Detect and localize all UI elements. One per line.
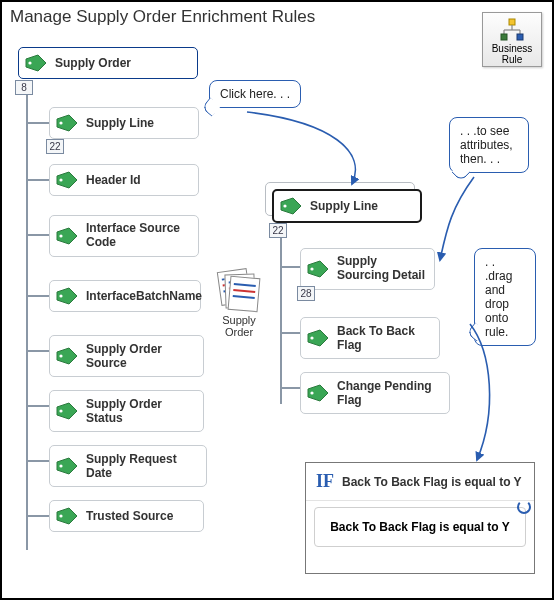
node-supply-request-date[interactable]: Supply Request Date (49, 445, 207, 487)
svg-point-24 (59, 514, 62, 517)
node-label: Supply Sourcing Detail (337, 255, 426, 283)
node-label: Supply Line (310, 199, 378, 213)
callout-text: . . .drag and drop onto rule. (485, 255, 512, 339)
svg-point-20 (59, 409, 62, 412)
node-label: Supply Line (86, 116, 154, 130)
svg-point-28 (310, 267, 313, 270)
svg-rect-6 (517, 34, 523, 40)
svg-point-10 (59, 121, 62, 124)
node-label: Supply Order Source (86, 342, 195, 370)
tree-line (280, 266, 300, 268)
callout-tail-icon (201, 97, 221, 117)
rule-inner[interactable]: Back To Back Flag is equal to Y (314, 507, 526, 547)
node-interface-batch-name[interactable]: InterfaceBatchName (49, 280, 201, 312)
node-change-pending-flag[interactable]: Change Pending Flag (300, 372, 450, 414)
svg-rect-0 (509, 19, 515, 25)
node-interface-source-code[interactable]: Interface Source Code (49, 215, 199, 257)
node-label: Change Pending Flag (337, 379, 441, 407)
node-supply-order[interactable]: Supply Order (18, 47, 198, 79)
svg-point-8 (28, 61, 31, 64)
tag-icon (56, 171, 78, 189)
node-supply-sourcing-detail[interactable]: Supply Sourcing Detail (300, 248, 435, 290)
tag-icon (56, 287, 78, 305)
tag-icon (56, 114, 78, 132)
tag-icon (56, 227, 78, 245)
node-supply-order-source[interactable]: Supply Order Source (49, 335, 204, 377)
callout-drag-drop: . . .drag and drop onto rule. (474, 248, 536, 346)
callout-click-here: Click here. . . (209, 80, 301, 108)
node-label: Supply Order (55, 56, 131, 70)
callout-text: . . .to see attributes, then. . . (460, 124, 513, 166)
svg-point-18 (59, 354, 62, 357)
callout-see-attributes: . . .to see attributes, then. . . (449, 117, 529, 173)
tree-line (280, 238, 282, 404)
business-rule-badge[interactable]: Business Rule (482, 12, 542, 67)
tag-icon (307, 384, 329, 402)
callout-tail-icon (466, 322, 486, 342)
node-label: Back To Back Flag (337, 324, 431, 352)
tree-line (26, 460, 49, 462)
count-badge: 8 (15, 80, 33, 95)
canvas: Manage Supply Order Enrichment Rules Bus… (0, 0, 554, 600)
rule-condition: Back To Back Flag is equal to Y (342, 475, 522, 489)
tag-icon (56, 457, 78, 475)
svg-point-32 (310, 391, 313, 394)
node-supply-line-popup[interactable]: Supply Line (272, 189, 422, 223)
count-badge: 28 (297, 286, 315, 301)
node-label: InterfaceBatchName (86, 289, 202, 303)
svg-point-22 (59, 464, 62, 467)
tag-icon (56, 402, 78, 420)
rule-inner-text: Back To Back Flag is equal to Y (330, 520, 510, 534)
supply-order-doc-icon[interactable]: Supply Order (217, 270, 261, 338)
rule-if-row: IF Back To Back Flag is equal to Y (306, 463, 534, 501)
count-badge: 22 (269, 223, 287, 238)
hierarchy-icon (483, 17, 541, 43)
tree-line (26, 515, 49, 517)
tag-icon (56, 507, 78, 525)
svg-point-12 (59, 178, 62, 181)
tag-icon (280, 197, 302, 215)
node-label: Header Id (86, 173, 141, 187)
tag-icon (25, 54, 47, 72)
tree-line (26, 95, 28, 550)
tree-line (280, 387, 300, 389)
tree-line (26, 350, 49, 352)
node-header-id[interactable]: Header Id (49, 164, 199, 196)
tree-line (26, 234, 49, 236)
tag-icon (307, 329, 329, 347)
node-label: Supply Request Date (86, 452, 198, 480)
node-label: Trusted Source (86, 509, 173, 523)
svg-point-26 (283, 204, 286, 207)
tree-line (26, 179, 49, 181)
node-supply-line[interactable]: Supply Line (49, 107, 199, 139)
node-label: Interface Source Code (86, 222, 190, 250)
count-badge: 22 (46, 139, 64, 154)
page-title: Manage Supply Order Enrichment Rules (10, 7, 315, 27)
if-keyword: IF (316, 471, 334, 492)
tree-line (26, 122, 49, 124)
tree-line (26, 295, 49, 297)
node-back-to-back-flag[interactable]: Back To Back Flag (300, 317, 440, 359)
tree-line (280, 332, 300, 334)
doc-label: Supply Order (217, 314, 261, 338)
tag-icon (56, 347, 78, 365)
node-label: Supply Order Status (86, 397, 195, 425)
svg-point-16 (59, 294, 62, 297)
svg-rect-5 (501, 34, 507, 40)
spinner-icon (517, 500, 531, 514)
node-trusted-source[interactable]: Trusted Source (49, 500, 204, 532)
tree-line (26, 405, 49, 407)
callout-text: Click here. . . (220, 87, 290, 101)
tag-icon (307, 260, 329, 278)
node-supply-order-status[interactable]: Supply Order Status (49, 390, 204, 432)
svg-point-14 (59, 234, 62, 237)
rule-panel[interactable]: IF Back To Back Flag is equal to Y Back … (305, 462, 535, 574)
svg-point-30 (310, 336, 313, 339)
business-rule-label: Business Rule (483, 43, 541, 65)
